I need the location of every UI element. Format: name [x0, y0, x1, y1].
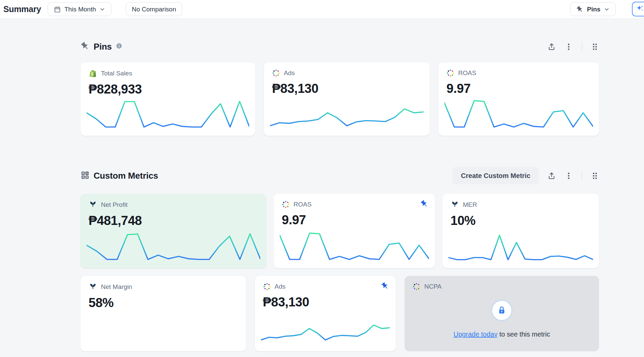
custom-metrics-icon — [80, 171, 90, 181]
ad-platforms-icon — [282, 200, 290, 209]
page-title: Summary — [3, 4, 41, 14]
metric-value: ₱83,130 — [263, 295, 388, 309]
metric-value: ₱481,748 — [89, 214, 258, 228]
upgrade-today-link[interactable]: Upgrade today — [453, 331, 497, 338]
date-range-selector[interactable]: This Month — [48, 2, 111, 16]
metric-label: MER — [463, 201, 477, 209]
upgrade-message: Upgrade today to see this metric — [405, 331, 599, 338]
metric-card-mer[interactable]: MER 10% — [442, 194, 599, 268]
sparkline-chart — [87, 230, 260, 263]
create-custom-metric-button[interactable]: Create Custom Metric — [452, 167, 539, 184]
metric-value: ₱83,130 — [272, 81, 422, 96]
metric-card-ads[interactable]: Ads ₱83,130 — [264, 62, 430, 136]
pins-section-title: Pins — [94, 42, 112, 52]
trueprofit-icon — [89, 283, 97, 291]
sparkles-icon — [636, 4, 644, 14]
ad-platforms-icon — [263, 283, 271, 291]
custom-metrics-row-1: Net Profit ₱481,748 ROAS 9 — [80, 194, 599, 268]
sparkline-chart — [261, 315, 390, 345]
metric-card-roas[interactable]: ROAS 9.97 — [438, 62, 599, 136]
metric-card-roas-custom[interactable]: ROAS 9.97 — [274, 194, 435, 268]
chevron-down-icon — [604, 6, 610, 12]
metric-value: 10% — [450, 214, 591, 228]
ad-platforms-icon — [413, 283, 421, 291]
pinned-indicator-icon[interactable] — [420, 200, 428, 209]
sparkline-chart — [270, 98, 424, 131]
metric-card-total-sales[interactable]: Total Sales ₱828,933 — [80, 62, 255, 136]
custom-metrics-section-header: Custom Metrics Create Custom Metric — [80, 167, 599, 184]
export-button[interactable] — [547, 172, 556, 180]
ad-platforms-icon — [446, 69, 454, 77]
comparison-label: No Comparison — [132, 6, 176, 13]
metric-value: ₱828,933 — [89, 82, 247, 97]
metric-label: NCPA — [424, 283, 441, 290]
metric-card-ncpa-locked[interactable]: NCPA Upgrade today to see this metric — [405, 276, 599, 351]
drag-grid-icon[interactable] — [591, 43, 599, 51]
export-button[interactable] — [547, 43, 556, 51]
sparkline-chart — [444, 98, 593, 131]
top-bar: Summary This Month No Comparison Pins — [0, 0, 644, 19]
divider — [582, 42, 582, 51]
metric-label: ROAS — [293, 201, 312, 208]
divider — [582, 171, 582, 180]
pins-dropdown[interactable]: Pins — [570, 2, 616, 16]
comparison-selector[interactable]: No Comparison — [126, 2, 182, 16]
metric-card-net-profit[interactable]: Net Profit ₱481,748 — [80, 194, 266, 268]
metric-label: ROAS — [458, 69, 476, 77]
summary-dashboard: Summary This Month No Comparison Pins — [0, 0, 644, 357]
metric-value: 9.97 — [446, 81, 591, 96]
pinned-indicator-icon[interactable] — [381, 282, 389, 291]
pushpin-icon — [576, 6, 584, 13]
kebab-menu-icon[interactable] — [565, 43, 573, 51]
trueprofit-icon — [89, 200, 97, 209]
metric-label: Total Sales — [101, 70, 132, 77]
trueprofit-icon — [450, 200, 459, 209]
sparkline-chart — [280, 230, 429, 263]
ai-assistant-button[interactable] — [632, 2, 644, 16]
metric-card-ads-custom[interactable]: Ads ₱83,130 — [255, 276, 396, 351]
sparkline-chart — [448, 230, 593, 263]
ad-platforms-icon — [272, 69, 280, 77]
metric-label: Net Margin — [101, 283, 132, 291]
pins-cards-row: Total Sales ₱828,933 Ads ₱83,130 — [80, 62, 599, 136]
calendar-icon — [54, 6, 61, 13]
date-range-label: This Month — [64, 6, 96, 13]
upgrade-message-text: to see this metric — [497, 331, 550, 338]
sparkline-chart — [87, 98, 249, 131]
metric-label: Net Profit — [101, 201, 127, 209]
metric-label: Ads — [284, 69, 295, 77]
custom-metrics-section-title: Custom Metrics — [94, 171, 158, 181]
pins-dropdown-label: Pins — [587, 6, 600, 13]
info-icon[interactable] — [116, 43, 122, 51]
drag-grid-icon[interactable] — [591, 172, 599, 180]
custom-metrics-row-2: Net Margin 58% Ads ₱83,130 — [80, 276, 599, 351]
chevron-down-icon — [99, 6, 105, 12]
lock-icon[interactable] — [491, 300, 512, 321]
pins-section-header: Pins — [80, 40, 599, 53]
metric-value: 9.97 — [282, 213, 427, 227]
kebab-menu-icon[interactable] — [565, 172, 573, 180]
metric-label: Ads — [275, 283, 286, 290]
metric-value: 58% — [89, 296, 238, 310]
metric-card-net-margin[interactable]: Net Margin 58% — [80, 276, 246, 351]
pushpin-icon — [80, 42, 90, 52]
shopify-icon — [89, 69, 97, 78]
